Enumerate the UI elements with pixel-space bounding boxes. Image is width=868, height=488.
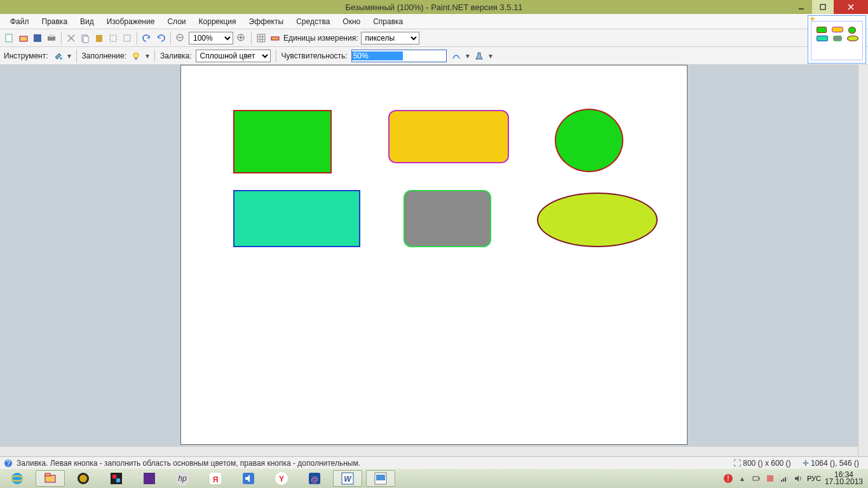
menu-image[interactable]: Изображение bbox=[100, 15, 161, 28]
shape-circle-green bbox=[555, 109, 623, 172]
workspace bbox=[0, 65, 868, 456]
menu-layers[interactable]: Слои bbox=[161, 15, 192, 28]
shape-roundrect-yellow bbox=[388, 110, 509, 163]
svg-point-25 bbox=[60, 57, 62, 60]
titlebar: Безымянный (100%) - Paint.NET версия 3.5… bbox=[0, 0, 868, 14]
svg-rect-24 bbox=[271, 37, 279, 40]
taskbar-speaker-icon[interactable] bbox=[234, 470, 263, 487]
tray-network-icon[interactable] bbox=[779, 473, 789, 484]
taskbar-y-icon[interactable]: Y bbox=[267, 470, 296, 487]
tray-shield-icon[interactable]: ! bbox=[723, 473, 733, 484]
svg-text:Y: Y bbox=[279, 475, 284, 484]
save-icon[interactable] bbox=[32, 32, 43, 44]
window-controls bbox=[790, 0, 868, 14]
toolbar-tool: Инструмент: ▾ Заполнение: ▾ Заливка: Спл… bbox=[0, 47, 868, 65]
taskbar-purple-icon[interactable] bbox=[135, 470, 164, 487]
svg-rect-37 bbox=[112, 475, 116, 478]
shape-roundrect-gray bbox=[403, 190, 491, 247]
separator bbox=[76, 50, 77, 62]
taskbar-mail-icon[interactable]: @ bbox=[300, 470, 329, 487]
canvas[interactable] bbox=[180, 65, 688, 445]
horizontal-scrollbar[interactable] bbox=[0, 446, 858, 456]
close-button[interactable] bbox=[834, 0, 868, 14]
zoom-in-icon[interactable] bbox=[236, 32, 247, 44]
tray-clock[interactable]: 16:34 17.10.2013 bbox=[825, 471, 865, 485]
svg-rect-11 bbox=[96, 35, 102, 42]
print-icon[interactable] bbox=[46, 32, 57, 44]
tool-label: Инструмент: bbox=[4, 51, 48, 60]
menu-file[interactable]: Файл bbox=[4, 15, 36, 28]
bulb-icon[interactable] bbox=[130, 50, 142, 62]
svg-rect-5 bbox=[20, 36, 27, 41]
statusbar: ? Заливка. Левая кнопка - заполнить обла… bbox=[0, 456, 868, 469]
menu-view[interactable]: Вид bbox=[74, 15, 100, 28]
svg-rect-52 bbox=[376, 475, 385, 480]
tray-battery-icon[interactable] bbox=[751, 473, 761, 484]
taskbar-ie-icon[interactable] bbox=[3, 470, 32, 487]
menubar: Файл Правка Вид Изображение Слои Коррекц… bbox=[0, 14, 868, 29]
svg-rect-4 bbox=[6, 34, 12, 42]
menu-window[interactable]: Окно bbox=[336, 15, 367, 28]
fill-label: Заполнение: bbox=[82, 51, 126, 60]
copy-icon[interactable] bbox=[79, 32, 91, 44]
tolerance-label: Чувствительность: bbox=[281, 51, 348, 60]
svg-rect-60 bbox=[785, 477, 786, 482]
help-icon: ? bbox=[3, 458, 14, 469]
menu-help[interactable]: Справка bbox=[367, 15, 409, 28]
tolerance-input[interactable]: 50% bbox=[351, 50, 447, 62]
vertical-scrollbar[interactable] bbox=[858, 65, 868, 456]
separator bbox=[170, 32, 171, 44]
grid-icon[interactable] bbox=[255, 32, 267, 44]
svg-point-26 bbox=[133, 53, 139, 58]
taskbar-explorer-icon[interactable] bbox=[36, 470, 65, 487]
taskbar-puzzle-icon[interactable] bbox=[102, 470, 131, 487]
tray-language[interactable]: РУС bbox=[807, 475, 821, 482]
redo-icon[interactable] bbox=[155, 32, 166, 44]
contiguous-icon[interactable] bbox=[451, 50, 462, 62]
crop-icon[interactable] bbox=[107, 32, 119, 44]
paintbucket-icon[interactable] bbox=[52, 50, 64, 62]
flask-icon[interactable] bbox=[473, 50, 485, 62]
paste-icon[interactable] bbox=[93, 32, 105, 44]
undo-icon[interactable] bbox=[141, 32, 153, 44]
menu-tools[interactable]: Средства bbox=[290, 15, 336, 28]
zoom-out-icon[interactable] bbox=[175, 32, 186, 44]
svg-rect-12 bbox=[110, 35, 116, 41]
svg-rect-56 bbox=[759, 478, 760, 479]
svg-text:W: W bbox=[344, 475, 352, 484]
taskbar-paintnet-icon[interactable] bbox=[366, 470, 395, 487]
deselect-icon[interactable] bbox=[121, 32, 133, 44]
tray-chevron-icon[interactable]: ▴ bbox=[737, 473, 747, 484]
minimize-button[interactable] bbox=[790, 0, 812, 14]
taskbar-word-icon[interactable]: W bbox=[333, 470, 362, 487]
tray-volume-icon[interactable] bbox=[793, 473, 803, 484]
svg-rect-13 bbox=[124, 35, 130, 41]
separator bbox=[61, 32, 62, 44]
svg-rect-61 bbox=[787, 476, 788, 482]
taskbar-hp-icon[interactable]: hp bbox=[168, 470, 197, 487]
svg-rect-19 bbox=[257, 34, 265, 42]
menu-edit[interactable]: Правка bbox=[36, 15, 74, 28]
open-icon[interactable] bbox=[18, 32, 29, 44]
ruler-icon[interactable] bbox=[269, 32, 281, 44]
menu-adjust[interactable]: Коррекция bbox=[193, 15, 243, 28]
taskbar-yandex-icon[interactable]: Я bbox=[201, 470, 230, 487]
flood-label: Заливка: bbox=[160, 51, 192, 60]
svg-rect-58 bbox=[781, 480, 782, 482]
toolbar-main: 100% Единицы измерения: пикселы bbox=[0, 29, 868, 47]
image-thumbnail-panel[interactable]: ★ bbox=[808, 15, 866, 64]
zoom-select[interactable]: 100% bbox=[189, 32, 233, 44]
units-label: Единицы измерения: bbox=[283, 34, 358, 43]
window-title: Безымянный (100%) - Paint.NET версия 3.5… bbox=[345, 3, 522, 12]
new-icon[interactable] bbox=[4, 32, 15, 44]
svg-point-35 bbox=[79, 475, 87, 482]
units-select[interactable]: пикселы bbox=[361, 32, 419, 44]
flood-select[interactable]: Сплошной цвет bbox=[196, 50, 271, 62]
tray-app-icon[interactable] bbox=[765, 473, 775, 484]
menu-effects[interactable]: Эффекты bbox=[243, 15, 290, 28]
cut-icon[interactable] bbox=[65, 32, 77, 44]
status-cursor-pos: ✛ 1064 (), 546 () bbox=[803, 459, 859, 468]
maximize-button[interactable] bbox=[812, 0, 834, 14]
svg-rect-6 bbox=[34, 34, 41, 42]
taskbar-media-icon[interactable] bbox=[69, 470, 98, 487]
